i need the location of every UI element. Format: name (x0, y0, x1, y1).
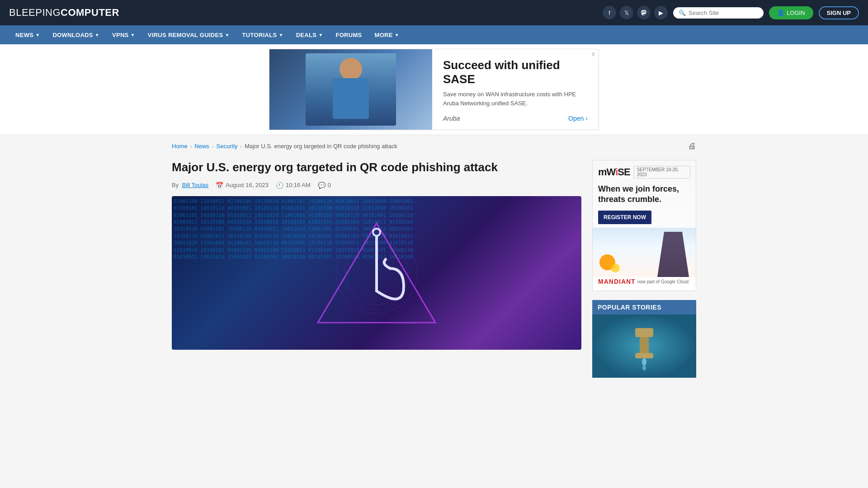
nav-item-more[interactable]: MORE ▼ (368, 25, 406, 44)
nav-dropdown-arrow: ▼ (35, 33, 40, 38)
svg-point-10 (642, 365, 646, 371)
popular-story-thumbnail (592, 314, 696, 378)
login-button[interactable]: 👤 LOGIN (769, 6, 813, 19)
ad-banner: Ad X Succeed with unified SASE Save mone… (0, 44, 868, 135)
article-date: 📅 August 16, 2023 (216, 182, 269, 189)
article-title: Major U.S. energy org targeted in QR cod… (172, 160, 581, 175)
article-time: 🕙 10:16 AM (276, 182, 311, 189)
social-icons: f 𝕏 ▶ (603, 6, 668, 19)
nav-item-virus-removal[interactable]: VIRUS REMOVAL GUIDES ▼ (142, 25, 236, 44)
author-by: By Bill Toulas (172, 182, 208, 188)
site-header: BLEEPINGCOMPUTER f 𝕏 ▶ 🔍 👤 LOGIN SIGN UP (0, 0, 868, 25)
logo-bold: COMPUTER (61, 7, 119, 18)
mwise-register-button[interactable]: REGISTER NOW (598, 211, 651, 224)
calendar-icon: 📅 (216, 182, 223, 189)
mandiant-note: now part of Google Cloud (637, 279, 689, 284)
nav-item-news[interactable]: NEWS ▼ (9, 25, 46, 44)
popular-stories-header: POPULAR STORIES (592, 300, 696, 314)
breadcrumb-news[interactable]: News (194, 143, 209, 150)
ad-close-button[interactable]: X (590, 51, 597, 57)
breadcrumb-home[interactable]: Home (172, 143, 188, 150)
mastodon-icon[interactable] (637, 6, 651, 19)
nav-dropdown-arrow: ▼ (131, 33, 135, 38)
nav-item-deals[interactable]: DEALS ▼ (290, 25, 330, 44)
breadcrumb-separator: › (241, 144, 242, 149)
mwise-person-silhouette (651, 232, 696, 277)
nav-dropdown-arrow: ▼ (278, 33, 283, 38)
sidebar-ad: mWiSE SEPTEMBER 18-20, 2023 When we join… (592, 160, 696, 291)
ad-footer: Aruba Open › (443, 115, 588, 122)
nav-dropdown-arrow: ▼ (95, 33, 99, 38)
ad-image (269, 49, 432, 130)
comments-icon: 💬 (318, 182, 326, 189)
sidebar: mWiSE SEPTEMBER 18-20, 2023 When we join… (592, 160, 696, 378)
sidebar-ad-inner: mWiSE SEPTEMBER 18-20, 2023 When we join… (593, 160, 696, 291)
clock-icon: 🕙 (276, 182, 283, 189)
svg-rect-8 (635, 353, 653, 358)
breadcrumb-separator: › (212, 144, 214, 149)
popular-story-image[interactable] (592, 314, 696, 378)
nav-item-forums[interactable]: FORUMS (329, 25, 368, 44)
nav-dropdown-arrow: ▼ (395, 33, 399, 38)
ad-brand: Aruba (443, 115, 460, 122)
ad-container: Ad X Succeed with unified SASE Save mone… (269, 49, 599, 130)
user-icon: 👤 (777, 9, 784, 16)
nav-dropdown-arrow: ▼ (318, 33, 323, 38)
logo-light: BLEEPING (9, 7, 61, 18)
main-nav: NEWS ▼ DOWNLOADS ▼ VPNS ▼ VIRUS REMOVAL … (0, 25, 868, 44)
breadcrumb-separator: › (190, 144, 192, 149)
search-box[interactable]: 🔍 (673, 7, 764, 19)
header-right: f 𝕏 ▶ 🔍 👤 LOGIN SIGN UP (603, 6, 859, 19)
twitter-icon[interactable]: 𝕏 (620, 6, 633, 19)
mwise-tagline: When we join forces, threats crumble. (598, 184, 690, 205)
ad-text: Save money on WAN infrastructure costs w… (443, 90, 588, 108)
breadcrumb: Home › News › Security › Major U.S. ener… (172, 135, 696, 155)
ad-title: Succeed with unified SASE (443, 58, 588, 86)
youtube-icon[interactable]: ▶ (654, 6, 668, 19)
article-image: 01001100 11010011 01100100 10110010 0100… (172, 196, 581, 350)
facebook-icon[interactable]: f (603, 6, 616, 19)
mandiant-logo: MANDIANT (598, 278, 636, 285)
site-logo[interactable]: BLEEPINGCOMPUTER (9, 7, 119, 19)
article-meta: By Bill Toulas 📅 August 16, 2023 🕙 10:16… (172, 182, 581, 189)
signup-button[interactable]: SIGN UP (819, 6, 859, 19)
svg-rect-6 (635, 328, 653, 337)
search-icon: 🔍 (679, 9, 686, 16)
nav-dropdown-arrow: ▼ (225, 33, 229, 38)
ad-content: Succeed with unified SASE Save money on … (432, 49, 599, 130)
phishing-hook-illustration (313, 210, 440, 336)
print-icon[interactable]: 🖨 (688, 141, 696, 151)
main-wrapper: Home › News › Security › Major U.S. ener… (163, 135, 705, 378)
chevron-right-icon: › (585, 115, 588, 122)
svg-rect-7 (640, 337, 649, 355)
article-comments[interactable]: 💬 0 (318, 182, 331, 189)
mwise-logo: mWiSE (598, 166, 630, 178)
svg-point-9 (642, 358, 646, 366)
nav-item-tutorials[interactable]: TUTORIALS ▼ (236, 25, 290, 44)
mwise-date: SEPTEMBER 18-20, 2023 (634, 166, 690, 178)
search-input[interactable] (689, 9, 758, 16)
nav-item-vpns[interactable]: VPNS ▼ (106, 25, 142, 44)
breadcrumb-security[interactable]: Security (217, 143, 238, 150)
mwise-decoration-small (611, 263, 620, 272)
popular-stories: POPULAR STORIES (592, 300, 696, 378)
article-main: Major U.S. energy org targeted in QR cod… (172, 160, 581, 378)
content-area: Major U.S. energy org targeted in QR cod… (172, 155, 696, 378)
ad-open-link[interactable]: Open › (568, 115, 588, 122)
breadcrumb-current: Major U.S. energy org targeted in QR cod… (245, 143, 397, 150)
nav-item-downloads[interactable]: DOWNLOADS ▼ (46, 25, 106, 44)
author-link[interactable]: Bill Toulas (182, 182, 208, 188)
